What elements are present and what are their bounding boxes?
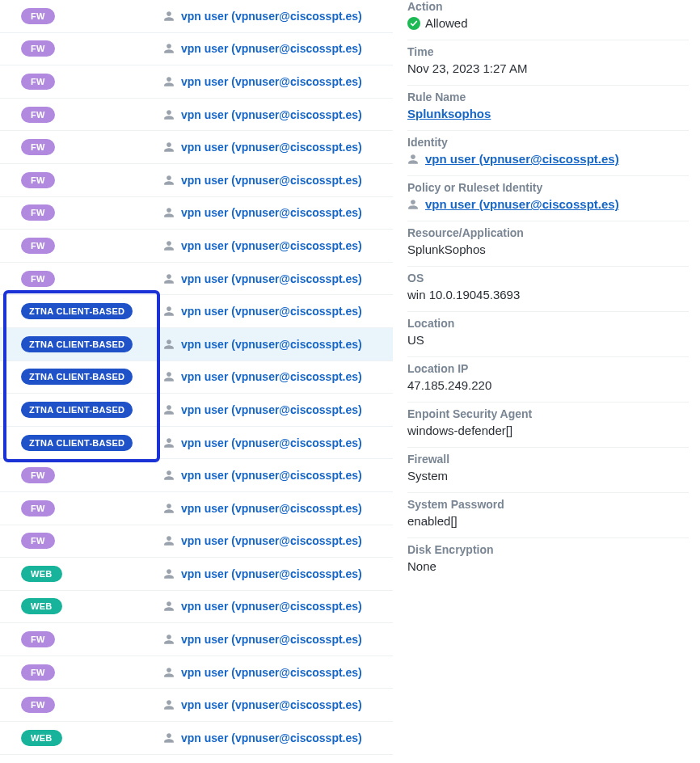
table-row[interactable]: FWvpn user (vpnuser@ciscosspt.es)	[0, 164, 393, 197]
label-identity: Identity	[407, 136, 689, 149]
label-rule: Rule Name	[407, 91, 689, 103]
field-action: Action Allowed	[407, 0, 689, 40]
user-link[interactable]: vpn user (vpnuser@ciscosspt.es)	[181, 272, 362, 285]
user-link[interactable]: vpn user (vpnuser@ciscosspt.es)	[181, 403, 362, 416]
table-row[interactable]: FWvpn user (vpnuser@ciscosspt.es)	[0, 0, 393, 33]
user-link[interactable]: vpn user (vpnuser@ciscosspt.es)	[181, 600, 362, 613]
user-link[interactable]: vpn user (vpnuser@ciscosspt.es)	[181, 534, 362, 547]
table-row[interactable]: FWvpn user (vpnuser@ciscosspt.es)	[0, 656, 393, 689]
label-time: Time	[407, 45, 689, 58]
badge-col: ZTNA CLIENT-BASED	[21, 336, 163, 352]
user-link[interactable]: vpn user (vpnuser@ciscosspt.es)	[181, 338, 362, 351]
value-identity[interactable]: vpn user (vpnuser@ciscosspt.es)	[425, 152, 619, 166]
value-resource: SplunkSophos	[407, 242, 689, 256]
badge-col: FW	[21, 238, 163, 254]
user-icon	[163, 339, 175, 350]
user-link[interactable]: vpn user (vpnuser@ciscosspt.es)	[181, 108, 362, 121]
value-location: US	[407, 333, 689, 347]
type-badge: FW	[21, 74, 55, 90]
user-link[interactable]: vpn user (vpnuser@ciscosspt.es)	[181, 239, 362, 252]
user-link[interactable]: vpn user (vpnuser@ciscosspt.es)	[181, 305, 362, 318]
user-link[interactable]: vpn user (vpnuser@ciscosspt.es)	[181, 698, 362, 711]
table-row[interactable]: FWvpn user (vpnuser@ciscosspt.es)	[0, 131, 393, 164]
label-syspwd: System Password	[407, 498, 689, 511]
user-link[interactable]: vpn user (vpnuser@ciscosspt.es)	[181, 633, 362, 646]
user-link[interactable]: vpn user (vpnuser@ciscosspt.es)	[181, 206, 362, 219]
type-badge: FW	[21, 40, 55, 57]
badge-col: FW	[21, 697, 163, 713]
user-link[interactable]: vpn user (vpnuser@ciscosspt.es)	[181, 469, 362, 482]
table-row[interactable]: WEBvpn user (vpnuser@ciscosspt.es)	[0, 591, 393, 624]
field-disk: Disk Encryption None	[407, 538, 689, 583]
table-row[interactable]: FWvpn user (vpnuser@ciscosspt.es)	[0, 263, 393, 296]
field-ip: Location IP 47.185.249.220	[407, 357, 689, 403]
user-icon	[163, 240, 175, 251]
table-row[interactable]: ZTNA CLIENT-BASEDvpn user (vpnuser@cisco…	[0, 328, 393, 361]
user-icon	[163, 76, 175, 87]
value-rule[interactable]: Splunksophos	[407, 107, 491, 120]
badge-col: FW	[21, 533, 163, 549]
user-link[interactable]: vpn user (vpnuser@ciscosspt.es)	[181, 141, 362, 154]
field-firewall: Firewall System	[407, 448, 689, 493]
user-link[interactable]: vpn user (vpnuser@ciscosspt.es)	[181, 502, 362, 515]
user-link[interactable]: vpn user (vpnuser@ciscosspt.es)	[181, 731, 362, 744]
user-icon	[163, 141, 175, 153]
value-agent: windows-defender[]	[407, 424, 689, 437]
value-action: Allowed	[407, 16, 689, 30]
table-row[interactable]: FWvpn user (vpnuser@ciscosspt.es)	[0, 65, 393, 99]
table-row[interactable]: FWvpn user (vpnuser@ciscosspt.es)	[0, 623, 393, 656]
table-row[interactable]: FWvpn user (vpnuser@ciscosspt.es)	[0, 459, 393, 492]
value-os: win 10.0.19045.3693	[407, 288, 689, 301]
type-badge: FW	[21, 139, 55, 155]
user-icon	[163, 273, 175, 285]
table-row[interactable]: FWvpn user (vpnuser@ciscosspt.es)	[0, 689, 393, 722]
table-row[interactable]: FWvpn user (vpnuser@ciscosspt.es)	[0, 33, 393, 66]
table-row[interactable]: FWvpn user (vpnuser@ciscosspt.es)	[0, 492, 393, 525]
badge-col: FW	[21, 467, 163, 483]
user-link[interactable]: vpn user (vpnuser@ciscosspt.es)	[181, 174, 362, 187]
user-link[interactable]: vpn user (vpnuser@ciscosspt.es)	[181, 666, 362, 679]
user-col: vpn user (vpnuser@ciscosspt.es)	[163, 305, 385, 318]
type-badge: FW	[21, 533, 55, 549]
type-badge: WEB	[21, 598, 62, 614]
type-badge: FW	[21, 172, 55, 188]
table-row[interactable]: FWvpn user (vpnuser@ciscosspt.es)	[0, 230, 393, 263]
badge-col: FW	[21, 204, 163, 221]
table-row[interactable]: ZTNA CLIENT-BASEDvpn user (vpnuser@cisco…	[0, 427, 393, 460]
user-col: vpn user (vpnuser@ciscosspt.es)	[163, 206, 385, 219]
user-link[interactable]: vpn user (vpnuser@ciscosspt.es)	[181, 436, 362, 449]
label-agent: Enpoint Security Agent	[407, 407, 689, 420]
table-row[interactable]: ZTNA CLIENT-BASEDvpn user (vpnuser@cisco…	[0, 394, 393, 427]
table-row[interactable]: WEBvpn user (vpnuser@ciscosspt.es)	[0, 722, 393, 755]
type-badge: FW	[21, 631, 55, 647]
table-row[interactable]: FWvpn user (vpnuser@ciscosspt.es)	[0, 525, 393, 559]
badge-col: FW	[21, 500, 163, 516]
user-col: vpn user (vpnuser@ciscosspt.es)	[163, 698, 385, 711]
table-row[interactable]: FWvpn user (vpnuser@ciscosspt.es)	[0, 197, 393, 230]
table-row[interactable]: ZTNA CLIENT-BASEDvpn user (vpnuser@cisco…	[0, 295, 393, 328]
type-badge: WEB	[21, 566, 62, 582]
type-badge: FW	[21, 664, 55, 681]
user-link[interactable]: vpn user (vpnuser@ciscosspt.es)	[181, 10, 362, 23]
badge-col: FW	[21, 74, 163, 90]
check-icon	[407, 17, 420, 30]
user-link[interactable]: vpn user (vpnuser@ciscosspt.es)	[181, 567, 362, 580]
user-col: vpn user (vpnuser@ciscosspt.es)	[163, 10, 385, 23]
table-row[interactable]: FWvpn user (vpnuser@ciscosspt.es)	[0, 99, 393, 132]
type-badge: ZTNA CLIENT-BASED	[21, 435, 133, 451]
user-link[interactable]: vpn user (vpnuser@ciscosspt.es)	[181, 370, 362, 383]
value-time: Nov 23, 2023 1:27 AM	[407, 61, 689, 75]
user-icon	[163, 601, 175, 612]
badge-col: FW	[21, 139, 163, 155]
user-link[interactable]: vpn user (vpnuser@ciscosspt.es)	[181, 42, 362, 55]
user-icon	[163, 470, 175, 481]
field-agent: Enpoint Security Agent windows-defender[…	[407, 403, 689, 448]
event-details-panel: Action Allowed Time Nov 23, 2023 1:27 AM…	[393, 0, 700, 583]
label-disk: Disk Encryption	[407, 543, 689, 556]
table-row[interactable]: WEBvpn user (vpnuser@ciscosspt.es)	[0, 558, 393, 591]
user-link[interactable]: vpn user (vpnuser@ciscosspt.es)	[181, 75, 362, 88]
user-col: vpn user (vpnuser@ciscosspt.es)	[163, 108, 385, 121]
table-row[interactable]: ZTNA CLIENT-BASEDvpn user (vpnuser@cisco…	[0, 361, 393, 394]
value-policy[interactable]: vpn user (vpnuser@ciscosspt.es)	[425, 197, 619, 211]
badge-col: ZTNA CLIENT-BASED	[21, 303, 163, 319]
